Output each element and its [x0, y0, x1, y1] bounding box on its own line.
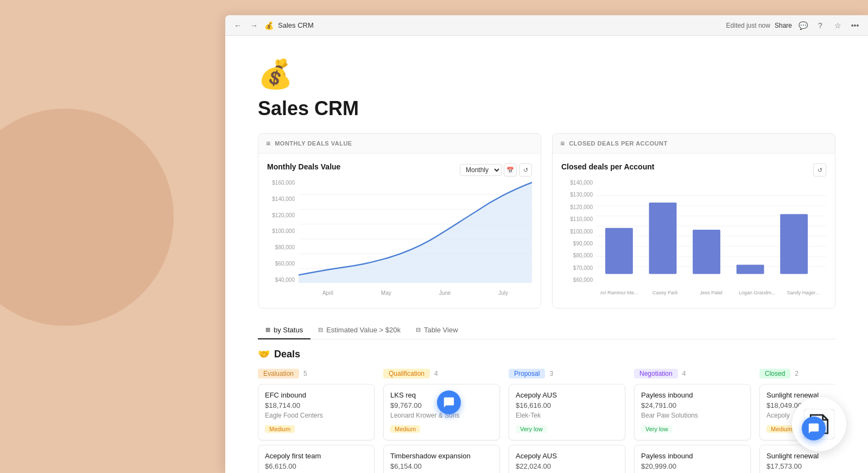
negotiation-count: 4	[682, 370, 686, 377]
closed-chart-body: Closed deals per Account ↺	[553, 154, 835, 308]
help-icon[interactable]: ?	[814, 19, 827, 32]
tab-by-status[interactable]: ⊞ by Status	[258, 321, 311, 339]
tab-table-icon: ⊟	[416, 326, 421, 333]
proposal-badge: Proposal	[509, 369, 545, 379]
browser-chrome: ← → 💰 Sales CRM Edited just now Share 💬 …	[225, 15, 868, 36]
tab-estimated-label: Estimated Value > $20k	[326, 326, 401, 334]
chat-bubble-right[interactable]	[802, 417, 826, 440]
closed-deals-chart-card: ≡ CLOSED DEALS PER ACCOUNT Closed deals …	[552, 133, 835, 308]
monthly-deals-chart-card: ≡ MONTHLY DEALS VALUE Monthly Deals Valu…	[258, 133, 541, 308]
priority-badge: Very low	[516, 425, 547, 433]
closed-chart-header: ≡ CLOSED DEALS PER ACCOUNT	[553, 134, 835, 154]
svg-rect-22	[780, 214, 808, 274]
chat-bubble-left[interactable]	[437, 390, 461, 414]
bg-decoration	[0, 109, 174, 326]
closed-inner-title: Closed deals per Account	[561, 162, 654, 171]
deal-name: Payless inbound	[641, 391, 744, 399]
closed-badge: Closed	[759, 369, 790, 379]
deal-company: Bear Paw Solutions	[641, 412, 744, 419]
proposal-count: 3	[549, 370, 553, 377]
deal-company: Elek-Tek	[516, 412, 618, 419]
tab-table-label: Table View	[424, 326, 458, 334]
tab-table-view[interactable]: ⊟ Table View	[408, 321, 466, 339]
deals-emoji: 🤝	[258, 348, 270, 360]
page-content: 💰 Sales CRM ≡ MONTHLY DEALS VALUE Monthl…	[225, 36, 868, 473]
deal-name: Timbershadow expansion	[390, 452, 493, 460]
closed-header: Closed 2	[759, 369, 835, 379]
deal-company: Leonard Krower & Sons	[390, 412, 493, 419]
svg-rect-21	[737, 264, 764, 274]
svg-rect-19	[649, 203, 677, 274]
deal-card-elek: Acepoly AUS $16,616.00 Elek-Tek Very low	[509, 384, 625, 440]
deal-card-efc: EFC inbound $18,714.00 Eagle Food Center…	[258, 384, 375, 440]
deal-value: $6,154.00	[390, 462, 493, 470]
deal-card-acepoly-aus: Acepoly AUS $22,024.00 Acepoly Very high	[509, 445, 625, 473]
deal-value: $24,791.00	[641, 401, 744, 409]
qualification-header: Qualification 4	[383, 369, 500, 379]
deals-section-title: 🤝 Deals	[258, 348, 835, 360]
deal-value: $16,616.00	[516, 401, 618, 409]
negotiation-header: Negotiation 4	[634, 369, 751, 379]
page-title-tab: Sales CRM	[278, 21, 314, 29]
nav-back-button[interactable]: ←	[232, 20, 244, 31]
monthly-inner-title: Monthly Deals Value	[267, 162, 340, 171]
evaluation-header: Evaluation 5	[258, 369, 375, 379]
deal-name: Acepoly AUS	[516, 391, 618, 399]
deal-name: EFC inbound	[265, 391, 368, 399]
closed-chart-title: CLOSED DEALS PER ACCOUNT	[569, 140, 668, 147]
monthly-chart-body: Monthly Deals Value Monthly 📅 ↺	[258, 154, 541, 308]
browser-window: ← → 💰 Sales CRM Edited just now Share 💬 …	[225, 15, 868, 473]
refresh-icon[interactable]: ↺	[519, 163, 532, 176]
deal-card-payless1: Payless inbound $24,791.00 Bear Paw Solu…	[634, 384, 751, 440]
closed-chart-menu-icon: ≡	[560, 139, 565, 148]
priority-badge: Medium	[390, 425, 420, 433]
page-icon-tab: 💰	[264, 21, 274, 30]
page-emoji: 💰	[258, 58, 835, 91]
negotiation-badge: Negotiation	[634, 369, 678, 379]
deal-card-payless2: Payless inbound $20,999.00 Payless Cashw…	[634, 445, 751, 473]
edited-status: Edited just now	[726, 22, 770, 29]
charts-row: ≡ MONTHLY DEALS VALUE Monthly Deals Valu…	[258, 133, 835, 308]
deal-name: Acepoly AUS	[516, 452, 618, 460]
qualification-count: 4	[434, 370, 438, 377]
browser-actions: Edited just now Share 💬 ? ☆ •••	[726, 19, 861, 32]
svg-rect-18	[605, 228, 633, 274]
tab-estimated-icon: ⊟	[318, 326, 323, 333]
qualification-badge: Qualification	[383, 369, 430, 379]
closed-count: 2	[795, 370, 799, 377]
monthly-chart-title: MONTHLY DEALS VALUE	[275, 140, 352, 147]
kanban-column-qualification: Qualification 4 LKS req $9,767.00 Leonar…	[383, 369, 500, 473]
svg-rect-20	[693, 230, 720, 274]
kanban-column-proposal: Proposal 3 Acepoly AUS $16,616.00 Elek-T…	[509, 369, 625, 473]
share-button[interactable]: Share	[775, 22, 792, 29]
proposal-header: Proposal 3	[509, 369, 625, 379]
closed-refresh-icon[interactable]: ↺	[813, 163, 826, 176]
deals-tabs: ⊞ by Status ⊟ Estimated Value > $20k ⊟ T…	[258, 321, 835, 339]
kanban-column-evaluation: Evaluation 5 EFC inbound $18,714.00 Eagl…	[258, 369, 375, 473]
page-title: Sales CRM	[258, 97, 835, 120]
comment-icon[interactable]: 💬	[796, 19, 809, 32]
calendar-icon[interactable]: 📅	[504, 163, 517, 176]
deals-section: ⊞ by Status ⊟ Estimated Value > $20k ⊟ T…	[258, 321, 835, 473]
deal-card-acepoly: Acepoly first team $6,615.00 Acepoly Hig…	[258, 445, 375, 473]
monthly-dropdown[interactable]: Monthly	[460, 164, 502, 176]
deal-value: $17,573.00	[766, 462, 835, 470]
tab-estimated-value[interactable]: ⊟ Estimated Value > $20k	[311, 321, 408, 339]
star-icon[interactable]: ☆	[831, 19, 844, 32]
deals-label: Deals	[274, 349, 300, 360]
deal-value: $6,615.00	[265, 462, 368, 470]
deal-name: Payless inbound	[641, 452, 744, 460]
tab-by-status-label: by Status	[274, 326, 303, 334]
tab-by-status-icon: ⊞	[265, 326, 270, 333]
evaluation-badge: Evaluation	[258, 369, 299, 379]
kanban-column-negotiation: Negotiation 4 Payless inbound $24,791.00…	[634, 369, 751, 473]
kanban-board: Evaluation 5 EFC inbound $18,714.00 Eagl…	[258, 369, 835, 473]
deal-name: Acepoly first team	[265, 452, 368, 460]
deal-value: $20,999.00	[641, 462, 744, 470]
deal-value: $22,024.00	[516, 462, 618, 470]
deal-card-timbershadow: Timbershadow expansion $6,154.00 Timbers…	[383, 445, 500, 473]
nav-forward-button[interactable]: →	[248, 20, 260, 31]
more-icon[interactable]: •••	[848, 19, 861, 32]
monthly-chart-header: ≡ MONTHLY DEALS VALUE	[258, 134, 541, 154]
deal-company: Eagle Food Centers	[265, 412, 368, 419]
